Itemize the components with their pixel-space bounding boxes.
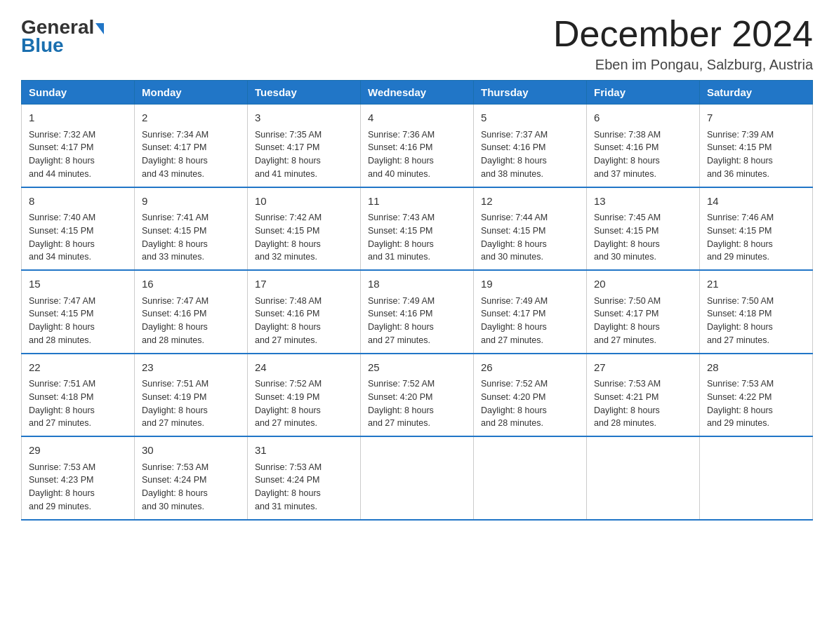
calendar-cell: 21Sunrise: 7:50 AMSunset: 4:18 PMDayligh… (700, 270, 813, 354)
day-number: 12 (481, 194, 579, 210)
day-number: 3 (255, 110, 353, 126)
calendar-cell: 31Sunrise: 7:53 AMSunset: 4:24 PMDayligh… (248, 436, 361, 520)
day-number: 15 (29, 276, 127, 293)
calendar-cell (700, 436, 813, 520)
day-number: 16 (142, 276, 240, 293)
calendar-cell: 1Sunrise: 7:32 AMSunset: 4:17 PMDaylight… (22, 105, 135, 187)
calendar-cell: 29Sunrise: 7:53 AMSunset: 4:23 PMDayligh… (22, 436, 135, 520)
location: Eben im Pongau, Salzburg, Austria (553, 57, 813, 73)
calendar-cell: 24Sunrise: 7:52 AMSunset: 4:19 PMDayligh… (248, 354, 361, 437)
day-details: Sunrise: 7:52 AMSunset: 4:19 PMDaylight:… (255, 377, 353, 430)
calendar-cell: 13Sunrise: 7:45 AMSunset: 4:15 PMDayligh… (587, 187, 700, 271)
calendar-cell: 9Sunrise: 7:41 AMSunset: 4:15 PMDaylight… (135, 187, 248, 271)
day-details: Sunrise: 7:53 AMSunset: 4:21 PMDaylight:… (594, 377, 692, 430)
day-number: 30 (142, 443, 240, 459)
day-details: Sunrise: 7:53 AMSunset: 4:22 PMDaylight:… (707, 377, 805, 430)
day-number: 22 (29, 360, 127, 376)
column-header-thursday: Thursday (474, 81, 587, 105)
day-details: Sunrise: 7:53 AMSunset: 4:24 PMDaylight:… (142, 461, 240, 514)
day-details: Sunrise: 7:48 AMSunset: 4:16 PMDaylight:… (255, 295, 353, 347)
day-number: 18 (368, 276, 466, 293)
day-number: 14 (707, 194, 805, 210)
calendar-cell: 22Sunrise: 7:51 AMSunset: 4:18 PMDayligh… (22, 354, 135, 437)
day-details: Sunrise: 7:44 AMSunset: 4:15 PMDaylight:… (481, 211, 579, 264)
calendar-body: 1Sunrise: 7:32 AMSunset: 4:17 PMDaylight… (22, 105, 813, 520)
day-details: Sunrise: 7:46 AMSunset: 4:15 PMDaylight:… (707, 211, 805, 264)
day-details: Sunrise: 7:49 AMSunset: 4:17 PMDaylight:… (481, 295, 579, 347)
column-header-monday: Monday (135, 81, 248, 105)
calendar-cell: 11Sunrise: 7:43 AMSunset: 4:15 PMDayligh… (361, 187, 474, 271)
calendar-cell: 12Sunrise: 7:44 AMSunset: 4:15 PMDayligh… (474, 187, 587, 271)
day-details: Sunrise: 7:34 AMSunset: 4:17 PMDaylight:… (142, 128, 240, 181)
week-row-5: 29Sunrise: 7:53 AMSunset: 4:23 PMDayligh… (22, 436, 813, 520)
column-header-sunday: Sunday (22, 81, 135, 105)
day-number: 28 (707, 360, 805, 376)
day-number: 11 (368, 194, 466, 210)
day-number: 19 (481, 276, 579, 293)
day-number: 2 (142, 110, 240, 126)
day-details: Sunrise: 7:50 AMSunset: 4:18 PMDaylight:… (707, 295, 805, 347)
day-details: Sunrise: 7:40 AMSunset: 4:15 PMDaylight:… (29, 211, 127, 264)
day-details: Sunrise: 7:51 AMSunset: 4:18 PMDaylight:… (29, 377, 127, 430)
calendar-table: SundayMondayTuesdayWednesdayThursdayFrid… (21, 80, 813, 521)
day-number: 23 (142, 360, 240, 376)
calendar-cell: 2Sunrise: 7:34 AMSunset: 4:17 PMDaylight… (135, 105, 248, 187)
week-row-2: 8Sunrise: 7:40 AMSunset: 4:15 PMDaylight… (22, 187, 813, 271)
calendar-cell: 10Sunrise: 7:42 AMSunset: 4:15 PMDayligh… (248, 187, 361, 271)
day-details: Sunrise: 7:41 AMSunset: 4:15 PMDaylight:… (142, 211, 240, 264)
day-number: 25 (368, 360, 466, 376)
day-details: Sunrise: 7:47 AMSunset: 4:15 PMDaylight:… (29, 295, 127, 347)
day-number: 26 (481, 360, 579, 376)
day-number: 17 (255, 276, 353, 293)
calendar-cell: 20Sunrise: 7:50 AMSunset: 4:17 PMDayligh… (587, 270, 700, 354)
calendar-cell: 4Sunrise: 7:36 AMSunset: 4:16 PMDaylight… (361, 105, 474, 187)
week-row-1: 1Sunrise: 7:32 AMSunset: 4:17 PMDaylight… (22, 105, 813, 187)
day-details: Sunrise: 7:32 AMSunset: 4:17 PMDaylight:… (29, 128, 127, 181)
day-details: Sunrise: 7:51 AMSunset: 4:19 PMDaylight:… (142, 377, 240, 430)
day-details: Sunrise: 7:38 AMSunset: 4:16 PMDaylight:… (594, 128, 692, 181)
day-details: Sunrise: 7:42 AMSunset: 4:15 PMDaylight:… (255, 211, 353, 264)
column-header-wednesday: Wednesday (361, 81, 474, 105)
day-details: Sunrise: 7:49 AMSunset: 4:16 PMDaylight:… (368, 295, 466, 347)
day-number: 20 (594, 276, 692, 293)
day-details: Sunrise: 7:45 AMSunset: 4:15 PMDaylight:… (594, 211, 692, 264)
logo: General Blue (21, 14, 104, 57)
day-number: 24 (255, 360, 353, 376)
calendar-cell: 5Sunrise: 7:37 AMSunset: 4:16 PMDaylight… (474, 105, 587, 187)
page-header: General Blue December 2024 Eben im Ponga… (21, 14, 813, 73)
day-details: Sunrise: 7:53 AMSunset: 4:24 PMDaylight:… (255, 461, 353, 514)
calendar-cell: 19Sunrise: 7:49 AMSunset: 4:17 PMDayligh… (474, 270, 587, 354)
month-title: December 2024 (553, 14, 813, 54)
calendar-cell: 15Sunrise: 7:47 AMSunset: 4:15 PMDayligh… (22, 270, 135, 354)
day-details: Sunrise: 7:37 AMSunset: 4:16 PMDaylight:… (481, 128, 579, 181)
column-header-saturday: Saturday (700, 81, 813, 105)
day-number: 7 (707, 110, 805, 126)
logo-blue: Blue (21, 34, 64, 57)
day-details: Sunrise: 7:36 AMSunset: 4:16 PMDaylight:… (368, 128, 466, 181)
calendar-cell: 28Sunrise: 7:53 AMSunset: 4:22 PMDayligh… (700, 354, 813, 437)
calendar-cell: 16Sunrise: 7:47 AMSunset: 4:16 PMDayligh… (135, 270, 248, 354)
day-number: 8 (29, 194, 127, 210)
column-header-tuesday: Tuesday (248, 81, 361, 105)
day-details: Sunrise: 7:43 AMSunset: 4:15 PMDaylight:… (368, 211, 466, 264)
calendar-cell: 25Sunrise: 7:52 AMSunset: 4:20 PMDayligh… (361, 354, 474, 437)
calendar-cell: 30Sunrise: 7:53 AMSunset: 4:24 PMDayligh… (135, 436, 248, 520)
calendar-cell: 8Sunrise: 7:40 AMSunset: 4:15 PMDaylight… (22, 187, 135, 271)
day-number: 29 (29, 443, 127, 459)
day-number: 10 (255, 194, 353, 210)
week-row-4: 22Sunrise: 7:51 AMSunset: 4:18 PMDayligh… (22, 354, 813, 437)
calendar-cell: 23Sunrise: 7:51 AMSunset: 4:19 PMDayligh… (135, 354, 248, 437)
day-number: 1 (29, 110, 127, 126)
day-number: 21 (707, 276, 805, 293)
day-details: Sunrise: 7:35 AMSunset: 4:17 PMDaylight:… (255, 128, 353, 181)
calendar-cell: 18Sunrise: 7:49 AMSunset: 4:16 PMDayligh… (361, 270, 474, 354)
day-details: Sunrise: 7:53 AMSunset: 4:23 PMDaylight:… (29, 461, 127, 514)
calendar-cell: 3Sunrise: 7:35 AMSunset: 4:17 PMDaylight… (248, 105, 361, 187)
calendar-cell: 27Sunrise: 7:53 AMSunset: 4:21 PMDayligh… (587, 354, 700, 437)
column-header-friday: Friday (587, 81, 700, 105)
day-details: Sunrise: 7:39 AMSunset: 4:15 PMDaylight:… (707, 128, 805, 181)
day-number: 27 (594, 360, 692, 376)
day-details: Sunrise: 7:50 AMSunset: 4:17 PMDaylight:… (594, 295, 692, 347)
day-number: 9 (142, 194, 240, 210)
calendar-cell: 26Sunrise: 7:52 AMSunset: 4:20 PMDayligh… (474, 354, 587, 437)
